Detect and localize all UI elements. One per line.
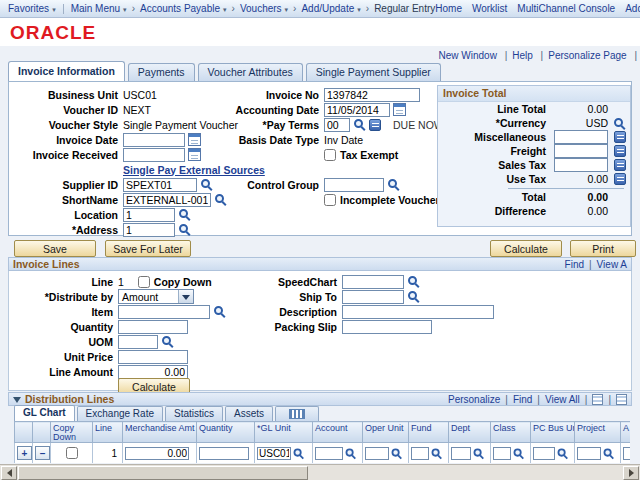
uom-input[interactable] [118,335,158,349]
miscellaneous-input[interactable] [554,130,608,144]
item-lookup-icon[interactable] [213,305,226,318]
grid-view-all-link[interactable]: View All [545,394,580,405]
pc-bus-unit-input[interactable] [533,447,555,460]
control-group-lookup-icon[interactable] [387,178,400,191]
account-lookup-icon[interactable] [345,447,357,459]
breadcrumb-main-menu[interactable]: Main Menu [71,3,127,14]
unit-price-input[interactable] [118,350,188,364]
accounting-date-input[interactable] [324,103,390,117]
pay-terms-lookup-icon[interactable] [353,118,366,131]
print-button[interactable]: Print [570,240,636,257]
download-to-excel-icon[interactable] [592,394,603,405]
breadcrumb-vouchers[interactable]: Vouchers [240,3,288,14]
home-link[interactable]: Home [435,3,462,14]
column-account[interactable]: Account [315,423,348,433]
gl-unit-lookup-icon[interactable] [293,447,305,459]
gl-unit-input[interactable] [257,447,291,460]
ship-to-input[interactable] [342,290,404,304]
worklist-link[interactable]: Worklist [472,3,507,14]
horizontal-scrollbar[interactable] [0,464,640,480]
tab-statistics[interactable]: Statistics [165,406,223,421]
pay-terms-comments-icon[interactable] [369,119,381,131]
shortname-input[interactable] [123,193,211,207]
scroll-left-button[interactable] [1,466,17,480]
invoice-received-input[interactable] [123,148,185,162]
sales-tax-comments-icon[interactable] [614,159,626,171]
project-lookup-icon[interactable] [603,447,615,459]
merchandise-amt-input[interactable] [125,447,189,460]
freight-comments-icon[interactable] [614,145,626,157]
scroll-right-button[interactable] [623,466,639,480]
column-project[interactable]: Project [577,423,605,433]
pc-bus-unit-lookup-icon[interactable] [557,447,569,459]
packing-slip-input[interactable] [342,320,432,334]
location-input[interactable] [123,208,175,222]
breadcrumb-add-update[interactable]: Add/Update [301,3,360,14]
save-for-later-button[interactable]: Save For Later [105,240,191,257]
column-dept[interactable]: Dept [451,423,470,433]
address-input[interactable] [123,223,175,237]
tab-assets[interactable]: Assets [225,406,273,421]
personalize-page-link[interactable]: Personalize Page [536,50,627,61]
account-input[interactable] [315,447,343,460]
pay-terms-input[interactable] [324,118,350,132]
miscellaneous-comments-icon[interactable] [614,131,626,143]
show-all-columns-tab[interactable] [275,406,319,421]
copy-down-checkbox[interactable] [138,276,150,288]
column-merchandise-amt[interactable]: Merchandise Amt [125,423,195,433]
oper-unit-lookup-icon[interactable] [391,447,403,459]
currency-lookup-icon[interactable] [613,117,626,130]
oper-unit-input[interactable] [365,447,389,460]
tab-single-payment-supplier[interactable]: Single Payment Supplier [306,63,441,81]
calculate-button[interactable]: Calculate [490,240,562,257]
new-window-link[interactable]: New Window [439,50,497,61]
invoice-date-input[interactable] [123,133,185,147]
save-button[interactable]: Save [14,240,96,257]
calendar-icon[interactable] [188,133,201,146]
dept-lookup-icon[interactable] [473,447,485,459]
speedchart-input[interactable] [342,275,404,289]
description-input[interactable] [342,305,494,319]
invoice-no-input[interactable] [324,88,420,102]
add-to-favorites-link[interactable]: Add to Favorites [625,3,640,14]
multichannel-console-link[interactable]: MultiChannel Console [517,3,615,14]
column-affiliate[interactable]: A [623,423,629,433]
class-lookup-icon[interactable] [513,447,525,459]
column-class[interactable]: Class [493,423,516,433]
item-input[interactable] [118,305,210,319]
calendar-icon[interactable] [393,103,406,116]
zoom-grid-icon[interactable] [616,394,627,405]
supplier-lookup-icon[interactable] [200,178,213,191]
calendar-icon[interactable] [188,148,201,161]
class-input[interactable] [493,447,511,460]
line-amount-input[interactable] [118,365,188,379]
favorites-menu[interactable]: Favorites [8,3,56,14]
supplier-id-input[interactable] [123,178,197,192]
row-copy-down-checkbox[interactable] [66,447,78,459]
shortname-lookup-icon[interactable] [214,193,227,206]
help-link[interactable]: Help [500,50,533,61]
column-quantity[interactable]: Quantity [199,423,233,433]
dept-input[interactable] [451,447,471,460]
tax-exempt-checkbox[interactable] [324,149,336,161]
tab-exchange-rate[interactable]: Exchange Rate [77,406,163,421]
add-row-button[interactable] [17,446,32,460]
tab-payments[interactable]: Payments [128,63,195,81]
column-gl-unit[interactable]: *GL Unit [257,423,291,433]
grid-personalize-link[interactable]: Personalize [448,394,500,405]
invoice-lines-view-all-link[interactable]: View A [597,259,627,270]
column-line[interactable]: Line [95,423,112,433]
distribution-quantity-input[interactable] [199,447,249,460]
column-oper-unit[interactable]: Oper Unit [365,423,404,433]
ship-to-lookup-icon[interactable] [407,290,420,303]
quantity-input[interactable] [118,320,188,334]
incomplete-voucher-checkbox[interactable] [324,194,336,206]
control-group-input[interactable] [324,178,384,192]
address-lookup-icon[interactable] [178,223,191,236]
project-input[interactable] [577,447,601,460]
location-lookup-icon[interactable] [178,208,191,221]
fund-input[interactable] [411,447,429,460]
column-pc-bus-unit[interactable]: PC Bus Unit [533,423,575,433]
tab-voucher-attributes[interactable]: Voucher Attributes [198,63,303,81]
breadcrumb-accounts-payable[interactable]: Accounts Payable [140,3,227,14]
